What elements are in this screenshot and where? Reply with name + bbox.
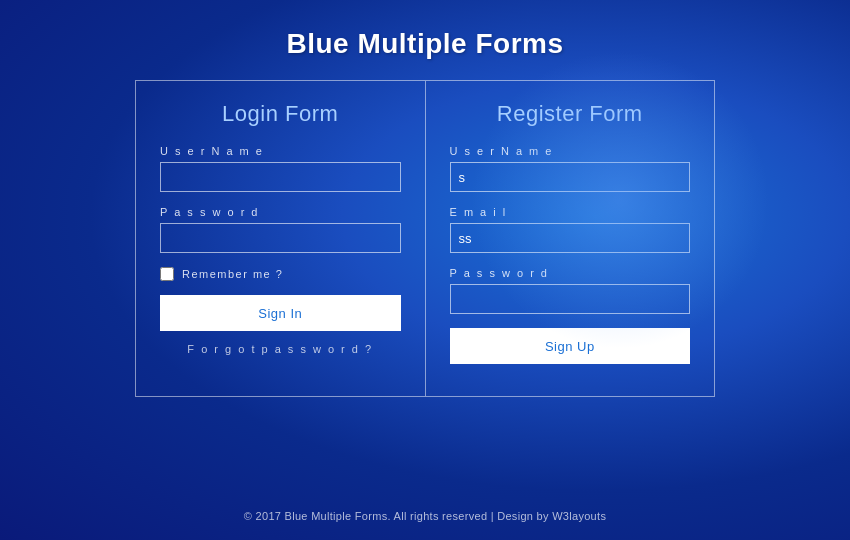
remember-label: Remember me ? — [182, 268, 283, 280]
login-form-title: Login Form — [160, 101, 401, 127]
register-username-label: U s e r N a m e — [450, 145, 691, 157]
remember-checkbox[interactable] — [160, 267, 174, 281]
register-password-input[interactable] — [450, 284, 691, 314]
page-title: Blue Multiple Forms — [286, 28, 563, 60]
forgot-password-link[interactable]: F o r g o t p a s s w o r d ? — [160, 343, 401, 355]
footer-text: © 2017 Blue Multiple Forms. All rights r… — [244, 510, 606, 522]
login-username-input[interactable] — [160, 162, 401, 192]
register-email-group: E m a i l — [450, 206, 691, 253]
register-username-input[interactable] — [450, 162, 691, 192]
register-username-group: U s e r N a m e — [450, 145, 691, 192]
login-password-label: P a s s w o r d — [160, 206, 401, 218]
register-password-group: P a s s w o r d — [450, 267, 691, 314]
sign-in-button[interactable]: Sign In — [160, 295, 401, 331]
sign-up-button[interactable]: Sign Up — [450, 328, 691, 364]
login-form-box: Login Form U s e r N a m e P a s s w o r… — [135, 80, 425, 397]
login-username-label: U s e r N a m e — [160, 145, 401, 157]
login-password-group: P a s s w o r d — [160, 206, 401, 253]
register-email-input[interactable] — [450, 223, 691, 253]
login-password-input[interactable] — [160, 223, 401, 253]
register-password-label: P a s s w o r d — [450, 267, 691, 279]
forms-container: Login Form U s e r N a m e P a s s w o r… — [135, 80, 715, 397]
register-email-label: E m a i l — [450, 206, 691, 218]
login-username-group: U s e r N a m e — [160, 145, 401, 192]
register-form-title: Register Form — [450, 101, 691, 127]
register-form-box: Register Form U s e r N a m e E m a i l … — [425, 80, 716, 397]
remember-row: Remember me ? — [160, 267, 401, 281]
